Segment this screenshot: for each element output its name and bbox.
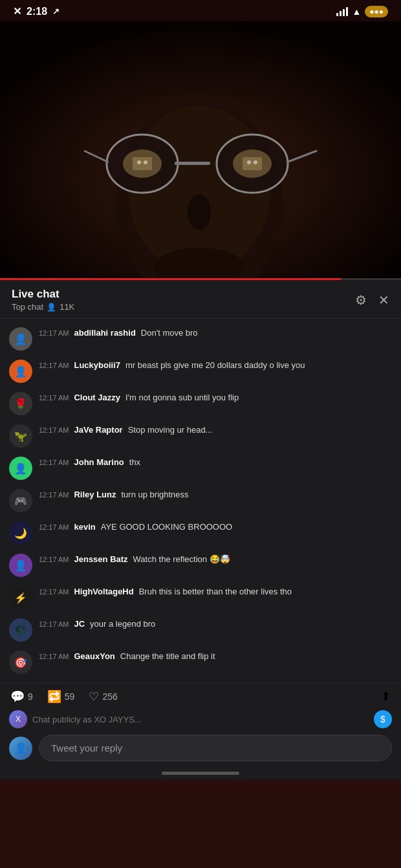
like-count: 256 bbox=[102, 691, 117, 702]
avatar: 🦖 bbox=[9, 424, 32, 448]
list-item: 👤 12:17 AM John Marino thx bbox=[0, 452, 401, 484]
message-time: 12:17 AM bbox=[39, 556, 69, 563]
message-body: 12:17 AM JC your a legend bro bbox=[39, 618, 392, 630]
avatar: 🌙 bbox=[9, 521, 32, 545]
message-text: Don't move bro bbox=[141, 327, 198, 339]
message-text: thx bbox=[129, 457, 140, 468]
message-time: 12:17 AM bbox=[39, 523, 69, 531]
battery-icon: ●●● bbox=[365, 6, 388, 17]
avatar: 👤 bbox=[9, 327, 32, 351]
message-time: 12:17 AM bbox=[39, 620, 69, 628]
message-body: 12:17 AM John Marino thx bbox=[39, 457, 392, 468]
retweet-icon: 🔁 bbox=[47, 689, 61, 704]
heart-icon: ♡ bbox=[89, 689, 99, 704]
live-chat-subtitle: Top chat 👤 11K bbox=[12, 302, 74, 312]
chat-input-placeholder: X Chat publicly as XO JAYYS... $ bbox=[0, 708, 401, 732]
current-user-avatar: 👤 bbox=[9, 737, 32, 760]
status-bar: ✕ 2:18 ↗ ▲ ●●● bbox=[0, 0, 401, 21]
video-progress-bar[interactable] bbox=[0, 278, 401, 280]
message-time: 12:17 AM bbox=[39, 362, 69, 369]
message-body: 12:17 AM JaVe Raptor Stop moving ur head… bbox=[39, 424, 392, 436]
list-item: 👤 12:17 AM Jenssen Batz Watch the reflec… bbox=[0, 549, 401, 581]
tweet-reply-placeholder: Tweet your reply bbox=[51, 743, 122, 754]
list-item: 🌑 12:17 AM JC your a legend bro bbox=[0, 614, 401, 646]
filter-icon[interactable]: ⚙ bbox=[355, 292, 367, 308]
message-text: mr beast pls give me 20 dollars daddy o … bbox=[125, 360, 305, 371]
user-avatar-small: X bbox=[9, 710, 27, 728]
message-username: JC bbox=[74, 619, 85, 629]
avatar: ⚡ bbox=[9, 586, 32, 609]
tweet-reply-row: 👤 Tweet your reply bbox=[0, 732, 401, 766]
list-item: 👤 12:17 AM abdillahi rashid Don't move b… bbox=[0, 323, 401, 355]
live-chat-title-area: Live chat Top chat 👤 11K bbox=[12, 288, 74, 312]
message-text: your a legend bro bbox=[90, 618, 155, 630]
close-chat-icon[interactable]: ✕ bbox=[378, 292, 389, 308]
message-body: 12:17 AM Clout Jazzy I'm not gonna sub u… bbox=[39, 392, 392, 404]
like-action[interactable]: ♡ 256 bbox=[89, 689, 117, 704]
video-player[interactable] bbox=[0, 21, 401, 280]
message-time: 12:17 AM bbox=[39, 588, 69, 596]
chat-send-icon[interactable]: $ bbox=[374, 710, 392, 728]
chat-messages-area: 👤 12:17 AM abdillahi rashid Don't move b… bbox=[0, 319, 401, 682]
list-item: 👤 12:17 AM Luckyboiii7 mr beast pls give… bbox=[0, 355, 401, 387]
top-chat-label[interactable]: Top chat bbox=[12, 302, 43, 312]
message-body: 12:17 AM abdillahi rashid Don't move bro bbox=[39, 327, 392, 339]
svg-rect-14 bbox=[243, 157, 262, 170]
message-username: Jenssen Batz bbox=[74, 554, 127, 564]
message-text: Bruh this is better than the other lives… bbox=[139, 586, 292, 598]
message-body: 12:17 AM Luckyboiii7 mr beast pls give m… bbox=[39, 360, 392, 371]
svg-rect-17 bbox=[175, 162, 210, 165]
viewer-count: 11K bbox=[60, 302, 74, 312]
video-frame bbox=[0, 21, 401, 280]
avatar: 🎯 bbox=[9, 651, 32, 674]
avatar: 👤 bbox=[9, 457, 32, 480]
avatar: 👤 bbox=[9, 554, 32, 577]
close-icon[interactable]: ✕ bbox=[13, 5, 21, 17]
message-body: 12:17 AM GeauxYon Change the title and f… bbox=[39, 651, 392, 662]
signal-icon bbox=[336, 7, 348, 16]
message-username: Riley Lunz bbox=[74, 490, 116, 499]
message-time: 12:17 AM bbox=[39, 329, 69, 337]
svg-point-15 bbox=[247, 160, 251, 164]
list-item: ⚡ 12:17 AM HighVoltageHd Bruh this is be… bbox=[0, 581, 401, 614]
live-chat-title: Live chat bbox=[12, 288, 74, 301]
message-username: kevin bbox=[74, 522, 95, 532]
avatar: 👤 bbox=[9, 360, 32, 383]
home-indicator bbox=[162, 772, 239, 775]
message-time: 12:17 AM bbox=[39, 653, 69, 660]
avatar: 🌑 bbox=[9, 618, 32, 642]
retweet-count: 59 bbox=[65, 691, 75, 702]
message-username: John Marino bbox=[74, 457, 124, 467]
tweet-reply-input[interactable]: Tweet your reply bbox=[39, 735, 392, 761]
message-body: 12:17 AM Jenssen Batz Watch the reflecti… bbox=[39, 554, 392, 565]
bottom-bar bbox=[0, 766, 401, 779]
location-icon: ↗ bbox=[52, 6, 60, 16]
retweet-action[interactable]: 🔁 59 bbox=[47, 689, 75, 704]
dollar-icon: $ bbox=[380, 714, 385, 724]
list-item: 🎯 12:17 AM GeauxYon Change the title and… bbox=[0, 646, 401, 678]
svg-point-16 bbox=[254, 160, 257, 164]
chat-placeholder-text[interactable]: Chat publicly as XO JAYYS... bbox=[32, 715, 142, 724]
reply-action[interactable]: 💬 9 bbox=[10, 689, 33, 704]
message-text: I'm not gonna sub until you flip bbox=[125, 392, 239, 404]
svg-point-10 bbox=[144, 160, 147, 164]
share-icon: ⬆ bbox=[381, 690, 391, 703]
wifi-icon: ▲ bbox=[352, 6, 361, 17]
message-time: 12:17 AM bbox=[39, 394, 69, 402]
share-action[interactable]: ⬆ bbox=[381, 689, 391, 704]
message-body: 12:17 AM HighVoltageHd Bruh this is bett… bbox=[39, 586, 392, 598]
avatar: 🌹 bbox=[9, 392, 32, 415]
video-progress-fill bbox=[0, 278, 341, 280]
message-username: JaVe Raptor bbox=[74, 425, 122, 435]
message-text: AYE GOOD LOOKING BROOOOO bbox=[101, 521, 232, 533]
reply-count: 9 bbox=[28, 691, 33, 702]
list-item: 🎮 12:17 AM Riley Lunz turn up brightness bbox=[0, 484, 401, 517]
message-time: 12:17 AM bbox=[39, 491, 69, 499]
status-left: ✕ 2:18 ↗ bbox=[13, 5, 60, 17]
message-username: Clout Jazzy bbox=[74, 393, 120, 402]
message-username: GeauxYon bbox=[74, 651, 114, 661]
message-username: Luckyboiii7 bbox=[74, 360, 120, 370]
live-chat-actions: ⚙ ✕ bbox=[355, 292, 389, 308]
message-time: 12:17 AM bbox=[39, 459, 69, 466]
message-text: Watch the reflection 😂🤯 bbox=[133, 554, 230, 565]
